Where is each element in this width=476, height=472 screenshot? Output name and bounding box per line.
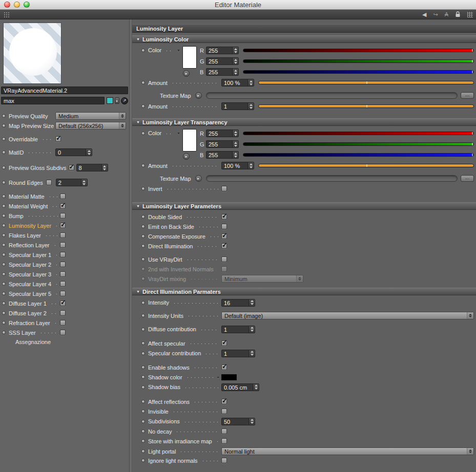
compensate-exposure-checkbox[interactable]: [221, 233, 227, 239]
texture-expand-button[interactable]: ▸: [195, 92, 202, 99]
browse-button[interactable]: ...: [461, 92, 474, 99]
green-slider[interactable]: [243, 59, 474, 63]
shadow-bias-field[interactable]: 0.005 cm: [221, 383, 259, 391]
texture-map-field[interactable]: [206, 92, 458, 99]
layer-checkbox[interactable]: [60, 242, 66, 248]
keyframe-dot[interactable]: [2, 204, 6, 208]
compare-icon[interactable]: A: [445, 12, 448, 17]
amount2-slider[interactable]: [258, 104, 474, 108]
layer-row-sss-layer[interactable]: SSS Layer: [0, 328, 66, 337]
stepper-arrows-icon[interactable]: [86, 149, 92, 156]
keyframe-dot[interactable]: [2, 181, 6, 184]
transparency-amount-slider[interactable]: [258, 164, 474, 167]
layer-row-specular-layer-2[interactable]: Specular Layer 2: [0, 260, 66, 269]
stepper-arrows-icon[interactable]: [232, 58, 238, 65]
material-preview[interactable]: [3, 23, 61, 84]
keyframe-dot[interactable]: [141, 49, 145, 52]
layer-checkbox[interactable]: [60, 320, 66, 326]
section-header-transparency[interactable]: ▼ Luminosity Layer Transparency: [132, 118, 476, 126]
layer-checkbox[interactable]: [60, 262, 66, 267]
keyframe-dot[interactable]: [141, 366, 145, 369]
blue-slider[interactable]: [243, 70, 474, 74]
transparency-color-swatch[interactable]: [182, 129, 197, 152]
drag-grip-icon[interactable]: [4, 12, 10, 17]
shadow-color-swatch[interactable]: [221, 374, 237, 380]
keyframe-dot[interactable]: [141, 187, 145, 190]
stepper-arrows-icon[interactable]: [253, 384, 259, 391]
keyframe-dot[interactable]: [141, 258, 145, 261]
stepper-arrows-icon[interactable]: [249, 418, 255, 425]
store-irradiance-checkbox[interactable]: [221, 438, 227, 444]
stepper-arrows-icon[interactable]: [232, 47, 238, 54]
layer-row-diffuse-layer-2[interactable]: Diffuse Layer 2: [0, 308, 66, 318]
amount2-field[interactable]: 1: [221, 102, 254, 110]
enable-shadows-checkbox[interactable]: [221, 364, 227, 370]
keyframe-dot[interactable]: [2, 272, 6, 276]
stepper-arrows-icon[interactable]: [232, 152, 238, 158]
stepper-arrows-icon[interactable]: [81, 179, 87, 186]
panel-menu-icon[interactable]: [467, 12, 473, 17]
layer-row-bump[interactable]: Bump: [0, 211, 66, 221]
browse-button[interactable]: ...: [461, 175, 474, 182]
layer-row-specular-layer-1[interactable]: Specular Layer 1: [0, 250, 66, 260]
section-header-layer-parameters[interactable]: ▼ Luminosity Layer Parameters: [132, 202, 476, 210]
layer-checkbox[interactable]: [60, 232, 66, 238]
keyframe-dot[interactable]: [141, 375, 145, 379]
invert-checkbox[interactable]: [221, 186, 227, 191]
layer-row-refraction-layer[interactable]: Refraction Layer: [0, 318, 66, 328]
layer-checkbox[interactable]: [60, 223, 66, 228]
keyframe-dot[interactable]: [141, 439, 145, 443]
stepper-arrows-icon[interactable]: [247, 103, 254, 110]
emit-back-side-checkbox[interactable]: [221, 224, 227, 229]
keyframe-dot[interactable]: [141, 81, 145, 84]
texture-expand-button[interactable]: ▸: [195, 175, 202, 182]
layer-row-specular-layer-4[interactable]: Specular Layer 4: [0, 279, 66, 289]
color-picker-button[interactable]: ▸: [183, 153, 190, 160]
preview-quality-dropdown[interactable]: Medium: [55, 112, 126, 120]
keyframe-dot[interactable]: [141, 328, 145, 331]
keyframe-dot[interactable]: [2, 292, 6, 295]
layer-row-reflection-layer[interactable]: Reflection Layer: [0, 240, 66, 250]
layer-row-diffuse-layer-1[interactable]: Diffuse Layer 1: [0, 298, 66, 308]
layer-row-specular-layer-5[interactable]: Specular Layer 5: [0, 289, 66, 298]
keyframe-dot[interactable]: [2, 124, 6, 127]
keyframe-dot[interactable]: [141, 385, 145, 389]
transparency-amount-field[interactable]: 100 %: [221, 162, 254, 169]
blue-value-field[interactable]: 255: [206, 68, 239, 76]
stepper-arrows-icon[interactable]: [101, 164, 108, 171]
vraydirt-mixing-dropdown[interactable]: Minimum: [221, 275, 303, 283]
shader-name-field[interactable]: max: [1, 97, 105, 104]
keyframe-dot[interactable]: [141, 234, 145, 238]
material-name-input[interactable]: [1, 87, 128, 94]
intensity-field[interactable]: 16: [221, 299, 255, 307]
keyframe-dot[interactable]: [2, 166, 6, 169]
layer-checkbox[interactable]: [60, 271, 66, 277]
keyframe-dot[interactable]: [2, 224, 6, 227]
keyframe-dot[interactable]: [2, 331, 6, 334]
layer-checkbox[interactable]: [60, 291, 66, 296]
inverted-normals-checkbox[interactable]: [221, 266, 227, 272]
color-expand-icon[interactable]: ▸: [217, 375, 219, 379]
color-expand-icon[interactable]: ▼: [177, 49, 180, 52]
keyframe-dot[interactable]: [141, 420, 145, 423]
red-value-field[interactable]: 255: [206, 47, 239, 54]
keyframe-dot[interactable]: [2, 137, 6, 141]
red-slider[interactable]: [243, 132, 474, 135]
keyframe-dot[interactable]: [141, 459, 145, 462]
keyframe-dot[interactable]: [2, 114, 6, 118]
stepper-arrows-icon[interactable]: [247, 162, 254, 169]
shader-expand-icon[interactable]: ▸: [115, 97, 119, 104]
matid-field[interactable]: 0: [55, 148, 92, 156]
keyframe-dot[interactable]: [2, 253, 6, 256]
green-slider[interactable]: [243, 142, 474, 146]
overridable-checkbox[interactable]: [55, 136, 61, 142]
map-preview-size-dropdown[interactable]: Default (256x256): [55, 122, 126, 130]
red-slider[interactable]: [243, 49, 474, 52]
keyframe-dot[interactable]: [141, 341, 145, 345]
layer-row-flakes-layer[interactable]: Flakes Layer: [0, 230, 66, 240]
keyframe-dot[interactable]: [2, 302, 6, 305]
stepper-arrows-icon[interactable]: [249, 326, 255, 333]
luminosity-color-swatch[interactable]: [182, 46, 197, 69]
double-sided-checkbox[interactable]: [221, 214, 227, 220]
texture-map-field[interactable]: [206, 175, 458, 182]
